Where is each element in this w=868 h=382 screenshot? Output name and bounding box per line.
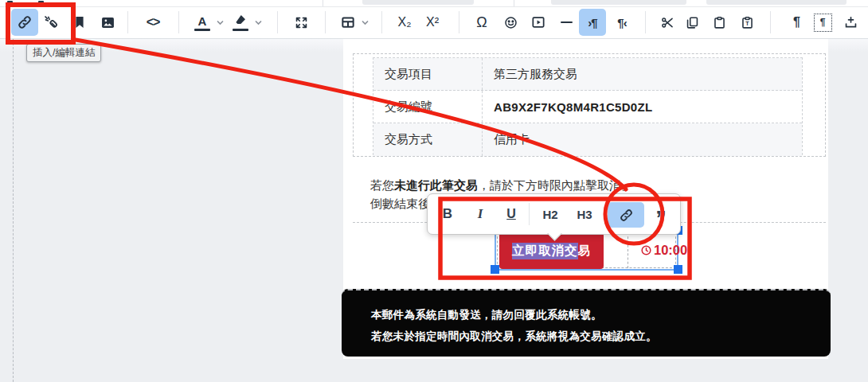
table-cell-value[interactable]: 信用卡 [483,123,802,156]
highlight-icon [233,14,248,26]
resize-handle-bottom-right[interactable] [674,265,682,274]
import-button[interactable] [837,9,864,36]
balloon-link-button[interactable] [608,202,644,228]
tooltip-insert-edit-link: 插入/編輯連結 [26,44,101,62]
table-cell-label[interactable]: 交易編號 [373,91,483,123]
paste-button[interactable] [706,9,733,36]
show-blocks-icon: ¶ [814,14,832,32]
table-row[interactable]: 交易編號 AB9X2F7KQ8M4R1C5D0ZL [373,91,802,123]
paste-icon [712,15,727,30]
toolbar-shadow-right [828,39,868,52]
bold-button[interactable]: B [434,201,461,228]
timer-value: 10:00 [654,243,687,258]
insert-table-button[interactable] [334,9,362,36]
link-icon [17,14,33,30]
separator [381,11,382,33]
font-color-button[interactable]: A [189,9,216,36]
heading3-button[interactable]: H3 [571,201,598,228]
separator [178,11,179,33]
insert-image-button[interactable] [94,9,121,36]
footer-line-2: 若您未於指定時間內取消交易，系統將視為交易確認成立。 [371,329,657,344]
highlight-chevron[interactable] [253,18,263,26]
image-icon [100,14,116,31]
copy-icon [685,15,700,30]
chevron-down-icon [255,20,262,25]
text-direction-ltr-button[interactable]: ›¶ [579,9,606,36]
dropdown-remnant[interactable] [551,0,686,5]
link-icon [619,208,634,223]
cut-icon [660,15,675,30]
font-color-label: A [198,14,207,28]
special-character-button[interactable]: Ω [468,9,495,36]
selected-text: 立即取消交 [512,243,578,259]
divider [323,0,323,6]
color-bar [194,29,210,31]
chevron-down-icon [362,20,369,25]
underline-button[interactable]: U [498,201,525,228]
source-code-button[interactable]: <> [139,9,166,36]
heading2-button[interactable]: H2 [537,201,564,228]
bookmark-button[interactable] [66,9,93,36]
divider [514,0,514,6]
separator [529,203,530,225]
dropdown-remnant[interactable] [362,0,474,5]
superscript-button[interactable]: X² [419,9,446,36]
fullscreen-icon [294,15,309,30]
emoji-button[interactable] [497,9,524,36]
insert-media-button[interactable] [525,9,552,36]
import-icon [843,15,858,30]
dropdown-remnant[interactable] [706,0,846,5]
table-cell-value[interactable]: AB9X2F7KQ8M4R1C5D0ZL [483,91,802,123]
fullscreen-button[interactable] [287,9,315,36]
separator [770,11,771,33]
footer-line-1: 本郵件為系統自動發送，請勿回覆此系統帳號。 [371,308,602,322]
table-row[interactable]: 交易方式 信用卡 [373,123,802,156]
table-cell-value[interactable]: 第三方服務交易 [483,58,802,90]
copy-button[interactable] [678,9,706,36]
svg-text:T: T [745,21,749,27]
font-color-chevron[interactable] [215,18,225,26]
separator [277,11,278,33]
table-cell-label[interactable]: 交易方式 [373,123,483,156]
italic-button[interactable]: I [467,201,494,228]
clock-icon [640,244,652,256]
chevron-down-icon [217,20,224,25]
show-blocks-button[interactable]: ¶ [809,9,836,36]
subscript-button[interactable]: X₂ [391,9,418,36]
unlink-icon [43,14,59,30]
transaction-table[interactable]: 交易項目 第三方服務交易 交易編號 AB9X2F7KQ8M4R1C5D0ZL 交… [373,57,803,155]
email-footer[interactable]: 本郵件為系統自動發送，請勿回覆此系統帳號。 若您未於指定時間內取消交易，系統將視… [342,289,831,357]
unlink-button[interactable] [37,9,65,36]
link-button[interactable] [11,9,38,36]
paste-as-text-icon: T [740,15,755,30]
countdown-timer[interactable]: 10:00 [640,243,687,258]
rich-text-editor: <> A [0,0,868,382]
emoji-icon [503,15,518,30]
cutoff-icon [7,1,13,5]
cell-divider [628,232,628,268]
block-quote-button[interactable]: ” [647,201,674,228]
separator [127,11,128,33]
unselected-text: 易 [578,243,592,259]
margin-guide [13,39,14,382]
bookmark-icon [72,14,88,30]
cut-button[interactable] [654,9,681,36]
separator [459,11,459,33]
highlight-button[interactable] [227,9,254,36]
cutoff-icon [38,1,44,5]
separator [645,11,646,33]
horizontal-line-button[interactable] [553,9,580,36]
table-cell-label[interactable]: 交易項目 [373,58,483,90]
table-row[interactable]: 交易項目 第三方服務交易 [373,58,802,91]
separator [325,11,326,33]
table-chevron[interactable] [360,18,369,26]
notice-line-1: 若您未進行此筆交易，請於下方時限內點擊取消。 [370,176,816,194]
horizontal-line-icon [561,21,573,23]
resize-handle-bottom-left[interactable] [491,265,499,274]
media-icon [530,14,546,30]
paste-as-text-button[interactable]: T [733,9,760,36]
pilcrow-button[interactable]: ¶ [783,9,810,36]
text-direction-rtl-button[interactable]: ¶‹ [608,9,635,36]
highlight-bar [233,29,248,31]
toolbar-upper-row [0,0,868,7]
